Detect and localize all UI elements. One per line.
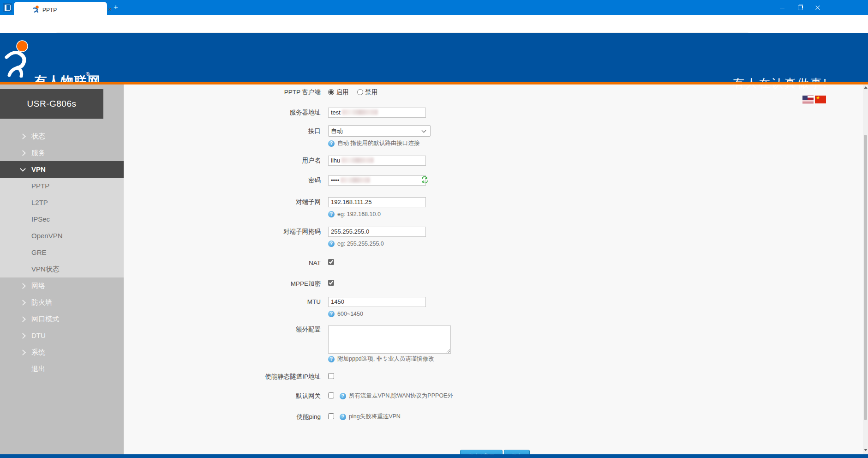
mtu-input[interactable]: 1450 [328, 297, 426, 307]
redacted-blur [341, 177, 370, 183]
mtu-hint: 600~1450 [328, 310, 363, 317]
chevron-right-icon [20, 150, 26, 156]
extra-config-textarea[interactable] [328, 325, 451, 354]
radio-disable[interactable]: 禁用 [357, 88, 377, 96]
sidebar-item-network[interactable]: 网络 [0, 277, 124, 294]
browser-toolbar: ← → ↻ 不安全 | 192.168.1.1/cgi-bin/luci/;st… [0, 15, 868, 33]
tab-title: PPTP [42, 7, 57, 13]
sidebar-item-port-mode[interactable]: 网口模式 [0, 311, 124, 327]
accent-orange-bar [0, 82, 868, 84]
server-address-input[interactable]: test [328, 108, 426, 118]
sidebar-item-status[interactable]: 状态 [0, 128, 124, 145]
chevron-right-icon [20, 300, 26, 306]
sidebar-item-l2tp[interactable]: L2TP [0, 194, 124, 211]
help-icon [328, 211, 335, 217]
browser-tab[interactable]: PPTP ✕ [14, 2, 107, 15]
chinese-flag-icon[interactable]: ★ [815, 96, 826, 103]
mppe-checkbox[interactable] [328, 280, 334, 286]
help-icon [328, 356, 335, 362]
peer-netmask-hint: eg: 255.255.255.0 [328, 240, 384, 247]
pptp-client-radio-group: 启用 禁用 [328, 88, 377, 96]
chevron-right-icon [20, 133, 26, 139]
radio-enable[interactable]: 启用 [328, 88, 348, 96]
sidebar-item-dtu[interactable]: DTU [0, 327, 124, 344]
interface-hint: 自动 指使用的默认路由接口连接 [328, 140, 419, 147]
screen: PPTP ✕ + ← → ↻ 不安全 | 192.168.1.1/cgi-bin… [0, 0, 868, 458]
english-flag-icon[interactable] [802, 96, 814, 103]
peer-subnet-label: 对端子网 [185, 199, 321, 206]
mppe-label: MPPE加密 [185, 280, 321, 288]
sidebar-item-services[interactable]: 服务 [0, 145, 124, 161]
chevron-right-icon [20, 283, 26, 289]
password-label: 密码 [185, 177, 321, 184]
enable-ping-checkbox[interactable] [328, 413, 334, 419]
scrollbar-down-arrow[interactable] [864, 449, 868, 451]
sidebar-item-pptp[interactable]: PPTP [0, 178, 124, 194]
password-refresh-icon[interactable] [421, 176, 428, 183]
username-label: 用户名 [185, 157, 321, 164]
window-close-button[interactable] [810, 5, 824, 11]
enable-ping-label: 使能ping [185, 413, 321, 421]
scrollbar-thumb[interactable] [864, 135, 867, 420]
sidebar-item-system[interactable]: 系统 [0, 344, 124, 361]
page-footer-bar [0, 454, 868, 458]
default-gateway-checkbox[interactable] [328, 392, 334, 398]
peer-subnet-input[interactable]: 192.168.111.25 [328, 197, 426, 207]
trademark-symbol: ® [86, 71, 90, 77]
help-icon [340, 393, 346, 399]
sidebar-item-logout[interactable]: 退出 [0, 361, 124, 377]
sidebar-item-gre[interactable]: GRE [0, 244, 124, 261]
mtu-label: MTU [185, 298, 321, 306]
peer-netmask-input[interactable]: 255.255.255.0 [328, 227, 426, 237]
peer-netmask-label: 对端子网掩码 [185, 228, 321, 235]
select-chevron-icon [422, 128, 426, 133]
peer-subnet-hint: eg: 192.168.10.0 [328, 211, 381, 217]
enable-ping-hint: ping失败将重连VPN [340, 413, 401, 420]
pptp-client-label: PPTP 客户端 [185, 89, 321, 96]
redacted-blur [342, 109, 378, 115]
new-tab-button[interactable]: + [112, 3, 120, 12]
redacted-blur [341, 157, 374, 163]
help-icon [328, 241, 335, 247]
sidebar-item-ipsec[interactable]: IPSec [0, 211, 124, 228]
static-tunnel-ip-checkbox[interactable] [328, 373, 334, 379]
site-header: 有人物联网 ® 工业物联网通信专家 有人在认真做事! ★ [0, 33, 868, 82]
default-gateway-hint: 所有流量走VPN,除WAN协议为PPPOE外 [340, 392, 453, 399]
sidebar-item-vpn-status[interactable]: VPN状态 [0, 261, 124, 277]
sidebar-item-vpn[interactable]: VPN [0, 161, 124, 178]
password-input[interactable]: •••• [328, 175, 426, 186]
enable-radio[interactable] [328, 89, 334, 95]
sidebar-item-openvpn[interactable]: OpenVPN [0, 228, 124, 244]
help-icon [340, 414, 346, 420]
extra-config-label: 额外配置 [185, 326, 321, 333]
interface-label: 接口 [185, 127, 321, 135]
window-minimize-button[interactable] [775, 5, 789, 11]
chevron-down-icon [20, 166, 26, 172]
static-tunnel-ip-label: 使能静态隧道IP地址 [185, 373, 321, 380]
extra-config-hint: 附加pppd选项, 非专业人员请谨慎修改 [328, 356, 434, 362]
username-input[interactable]: lihu [328, 156, 426, 166]
help-icon [328, 311, 335, 317]
interface-select[interactable]: 自动 [328, 125, 431, 137]
tab-actions-menu-icon[interactable] [3, 3, 12, 12]
disable-radio[interactable] [357, 89, 363, 95]
nat-checkbox[interactable] [328, 259, 334, 265]
sidebar-item-firewall[interactable]: 防火墙 [0, 294, 124, 311]
site-favicon [32, 6, 40, 13]
nat-label: NAT [185, 259, 321, 267]
chevron-right-icon [20, 333, 26, 339]
browser-tab-bar: PPTP ✕ + [0, 0, 868, 15]
scrollbar-up-arrow[interactable] [864, 86, 868, 89]
chevron-right-icon [20, 350, 26, 356]
device-name: USR-G806s [0, 89, 103, 119]
default-gateway-label: 默认网关 [185, 392, 321, 400]
window-restore-button[interactable] [793, 5, 807, 11]
server-address-label: 服务器地址 [185, 109, 321, 116]
chevron-right-icon [20, 316, 26, 322]
usr-logo [4, 39, 33, 78]
help-icon [328, 140, 335, 147]
